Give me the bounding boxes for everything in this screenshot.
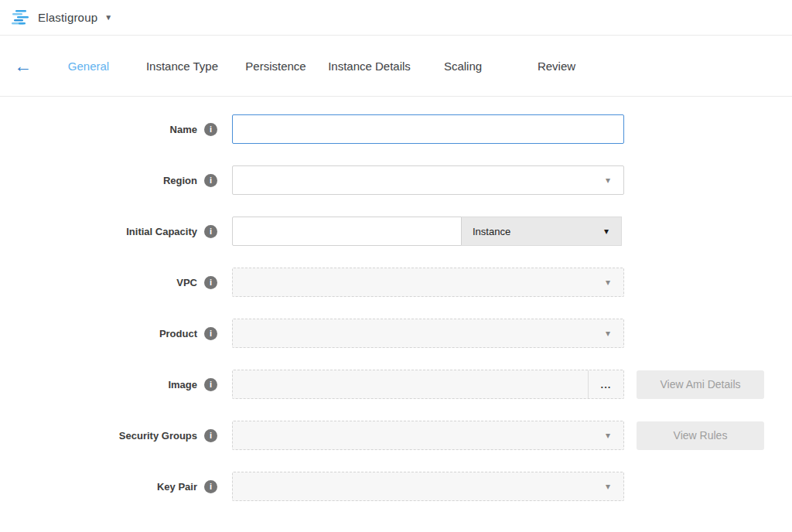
view-ami-details-button[interactable]: View Ami Details — [637, 370, 764, 399]
elastigroup-logo-icon — [11, 9, 31, 27]
chevron-down-icon: ▾ — [606, 482, 610, 491]
key-pair-dropdown: ▾ — [232, 472, 624, 501]
name-info-icon[interactable]: i — [204, 123, 217, 136]
chevron-down-icon: ▾ — [606, 329, 610, 338]
chevron-down-icon: ▼ — [104, 14, 112, 22]
product-field-row: Product i ▾ — [0, 319, 792, 348]
security-groups-label: Security Groups — [119, 430, 197, 442]
key-pair-info-icon[interactable]: i — [204, 480, 217, 493]
name-field-row: Name i — [0, 114, 792, 144]
product-label: Product — [159, 328, 197, 339]
chevron-down-icon: ▾ — [604, 227, 609, 236]
back-arrow-button[interactable]: ← — [14, 57, 42, 75]
initial-capacity-field-row: Initial Capacity i Instance ▾ — [0, 217, 792, 246]
name-input[interactable] — [232, 114, 624, 144]
vpc-dropdown: ▾ — [232, 268, 624, 297]
region-label: Region — [163, 175, 197, 186]
image-label: Image — [168, 379, 197, 390]
top-bar: Elastigroup ▼ — [0, 0, 792, 36]
wizard-tab-bar: ← General Instance Type Persistence Inst… — [0, 36, 792, 97]
capacity-unit-dropdown[interactable]: Instance ▾ — [462, 217, 622, 246]
chevron-down-icon: ▾ — [606, 176, 610, 185]
wizard-tabs: General Instance Type Persistence Instan… — [42, 60, 603, 73]
image-browse-button[interactable]: ... — [588, 370, 623, 398]
region-dropdown[interactable]: ▾ — [232, 165, 624, 195]
chevron-down-icon: ▾ — [606, 278, 610, 287]
product-info-icon[interactable]: i — [204, 327, 217, 340]
product-dropdown: ▾ — [232, 319, 624, 348]
view-rules-button[interactable]: View Rules — [637, 421, 764, 450]
key-pair-field-row: Key Pair i ▾ — [0, 472, 792, 501]
tab-instance-details[interactable]: Instance Details — [323, 60, 416, 73]
vpc-info-icon[interactable]: i — [204, 276, 217, 289]
product-switcher[interactable]: Elastigroup ▼ — [11, 9, 112, 27]
general-settings-form: Name i Region i ▾ Initial Capacity i Ins… — [0, 97, 792, 501]
region-info-icon[interactable]: i — [204, 174, 217, 187]
initial-capacity-label: Initial Capacity — [126, 226, 197, 237]
image-info-icon[interactable]: i — [204, 378, 217, 391]
security-groups-info-icon[interactable]: i — [204, 429, 217, 442]
image-field-row: Image i ... View Ami Details — [0, 370, 792, 399]
image-input-disabled: ... — [232, 370, 624, 399]
tab-scaling[interactable]: Scaling — [416, 60, 510, 73]
tab-review[interactable]: Review — [510, 60, 603, 73]
vpc-field-row: VPC i ▾ — [0, 268, 792, 297]
name-label: Name — [170, 124, 197, 135]
tab-persistence[interactable]: Persistence — [229, 60, 323, 73]
initial-capacity-input[interactable] — [232, 217, 462, 246]
tab-instance-type[interactable]: Instance Type — [135, 60, 229, 73]
key-pair-label: Key Pair — [157, 481, 197, 493]
tab-general[interactable]: General — [42, 60, 135, 73]
chevron-down-icon: ▾ — [606, 431, 610, 440]
initial-capacity-info-icon[interactable]: i — [204, 225, 217, 238]
app-title: Elastigroup — [38, 11, 97, 24]
security-groups-field-row: Security Groups i ▾ View Rules — [0, 421, 792, 450]
vpc-label: VPC — [176, 277, 197, 288]
region-field-row: Region i ▾ — [0, 165, 792, 195]
capacity-unit-value: Instance — [473, 226, 510, 237]
security-groups-dropdown: ▾ — [232, 421, 624, 450]
